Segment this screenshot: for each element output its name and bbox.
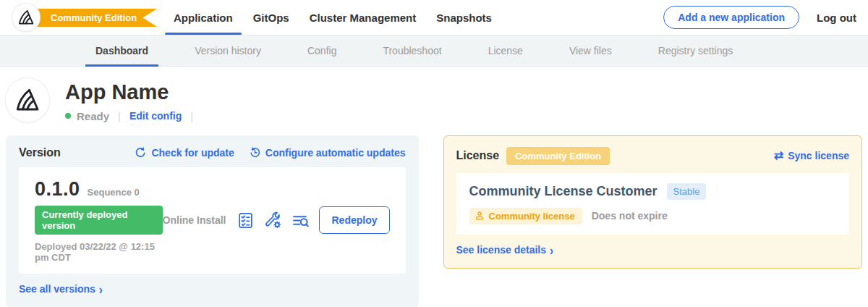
app-status-row: Ready | Edit config | [65, 110, 202, 122]
license-card-header: License Community Edition ⇄ Sync license [456, 147, 850, 165]
dashboard-cards: Version Check for update Configure au [0, 135, 868, 307]
version-card: Version Check for update Configure au [6, 135, 419, 307]
redeploy-button[interactable]: Redeploy [319, 206, 389, 234]
nav-item-snapshots[interactable]: Snapshots [426, 0, 502, 35]
deploy-logs-icon[interactable] [292, 211, 310, 230]
expiry-text: Does not expire [592, 210, 668, 222]
community-edition-label: Community Edition [51, 12, 137, 23]
check-update-icon [135, 146, 147, 159]
version-line: 0.1.0 Sequence 0 [35, 178, 163, 201]
license-user-icon [475, 211, 485, 221]
topnav-right: Add a new application Log out [663, 6, 868, 29]
app-tabs-bar: Dashboard Version history Config Trouble… [0, 35, 868, 67]
replicated-logo-icon [14, 87, 41, 113]
install-type-label: Online Install [163, 214, 226, 226]
nav-item-cluster-management[interactable]: Cluster Management [299, 0, 427, 35]
edit-config-link[interactable]: Edit config [129, 110, 182, 122]
community-edition-ribbon: Community Edition [26, 9, 157, 27]
license-card: License Community Edition ⇄ Sync license… [443, 135, 863, 269]
version-actions: Online Install [163, 206, 390, 234]
community-edition-badge: Community Edition [506, 147, 610, 165]
app-avatar [6, 78, 49, 122]
status-dot [65, 113, 71, 119]
configure-automatic-updates-link[interactable]: Configure automatic updates [249, 146, 406, 159]
license-card-title: License [456, 149, 500, 162]
chevron-right-icon: › [99, 282, 103, 297]
sync-license-link[interactable]: ⇄ Sync license [774, 150, 849, 161]
see-all-versions-link[interactable]: See all versions › [19, 283, 103, 295]
preflight-checks-icon[interactable] [237, 211, 255, 230]
nav-item-application[interactable]: Application [163, 0, 243, 35]
deployed-timestamp: Deployed 03/22/22 @ 12:15 pm CDT [35, 241, 163, 263]
app-header: App Name Ready | Edit config | [0, 67, 868, 135]
sync-icon: ⇄ [774, 150, 783, 161]
logout-link[interactable]: Log out [817, 12, 856, 24]
tab-registry-settings[interactable]: Registry settings [648, 35, 743, 66]
sequence-label: Sequence 0 [88, 187, 140, 198]
config-values-icon[interactable] [264, 211, 282, 230]
check-for-update-link[interactable]: Check for update [135, 146, 234, 159]
see-license-details-link[interactable]: See license details › [456, 244, 554, 256]
app-logo[interactable] [12, 4, 40, 31]
page-title: App Name [65, 81, 202, 104]
nav-item-gitops[interactable]: GitOps [243, 0, 299, 35]
add-new-application-button[interactable]: Add a new application [663, 6, 799, 29]
tab-dashboard[interactable]: Dashboard [85, 35, 158, 66]
version-card-title: Version [19, 146, 61, 159]
tab-license[interactable]: License [478, 35, 533, 66]
replicated-logo-icon [17, 9, 35, 26]
license-type-row: Community license Does not expire [469, 208, 837, 224]
current-version-panel: 0.1.0 Sequence 0 Currently deployed vers… [19, 167, 406, 274]
currently-deployed-badge: Currently deployed version [35, 206, 163, 235]
customer-name: Community License Customer [469, 184, 658, 199]
tab-view-files[interactable]: View files [559, 35, 622, 66]
tab-config[interactable]: Config [297, 35, 346, 66]
license-summary-panel: Community License Customer Stable Commun… [456, 173, 850, 235]
tab-troubleshoot[interactable]: Troubleshoot [373, 35, 451, 66]
divider: | [118, 110, 121, 122]
license-card-actions: ⇄ Sync license [774, 150, 849, 161]
status-text: Ready [77, 110, 109, 122]
brand: Community Edition [0, 0, 153, 35]
channel-badge: Stable [667, 183, 707, 200]
current-version-info: 0.1.0 Sequence 0 Currently deployed vers… [35, 178, 163, 263]
community-license-badge: Community license [469, 208, 582, 224]
version-card-actions: Check for update Configure automatic upd… [135, 146, 405, 159]
chevron-right-icon: › [550, 243, 553, 258]
customer-row: Community License Customer Stable [469, 183, 837, 200]
primary-nav: Application GitOps Cluster Management Sn… [163, 0, 502, 35]
version-card-header: Version Check for update Configure au [19, 146, 406, 159]
version-number: 0.1.0 [35, 178, 80, 201]
auto-update-icon [249, 146, 261, 159]
tab-version-history[interactable]: Version history [184, 35, 271, 66]
top-navbar: Community Edition Application GitOps Clu… [0, 0, 868, 35]
divider: | [190, 110, 193, 122]
app-header-text: App Name Ready | Edit config | [65, 78, 202, 122]
